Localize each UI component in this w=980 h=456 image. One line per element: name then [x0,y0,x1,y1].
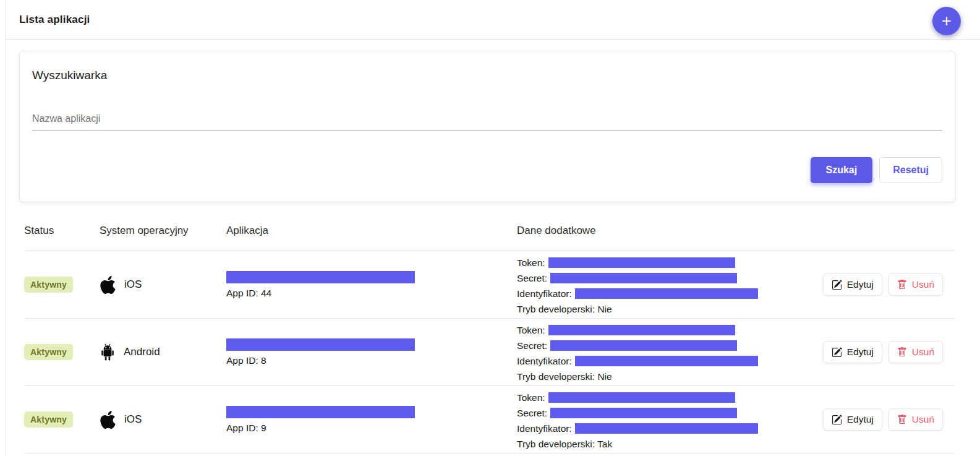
table-row: Aktywny iOS App ID: 44 Token: Secret: Id… [24,251,955,319]
trash-icon [897,280,907,290]
search-card-title: Wyszukiwarka [32,69,942,82]
token-redacted-bar [548,325,735,335]
devmode-value: Nie [597,371,611,382]
page-header: Lista aplikacji [6,0,980,40]
app-name-redacted-bar [226,338,415,351]
delete-button[interactable]: Usuń [888,273,943,296]
edit-button[interactable]: Edytuj [823,341,882,363]
actions-cell: Edytuj Usuń [825,273,955,296]
os-cell: iOS [100,410,226,430]
apple-icon [100,410,116,430]
edit-label: Edytuj [847,346,874,358]
app-id: App ID: 9 [226,423,517,434]
status-badge: Aktywny [24,411,73,428]
app-name-search-input[interactable] [32,111,942,131]
devmode-value: Tak [597,439,612,449]
devmode-value: Nie [597,304,611,314]
identifier-label: Identyfikator: [517,356,572,366]
plus-icon: + [942,12,952,30]
os-cell: Android [100,343,226,361]
trash-icon [897,347,907,357]
reset-button[interactable]: Resetuj [879,157,942,183]
secret-label: Secret: [517,408,547,418]
column-actions [825,225,955,237]
status-badge: Aktywny [24,277,73,293]
devmode-label: Tryb developerski: [517,439,595,449]
secret-label: Secret: [517,273,547,283]
devmode-label: Tryb developerski: [517,304,595,314]
app-name-redacted-bar [226,271,415,283]
status-cell: Aktywny [24,277,100,293]
app-name-redacted-bar [226,406,415,418]
token-label: Token: [517,392,545,403]
column-os: System operacyjny [100,225,226,237]
apple-icon [100,275,116,295]
table-row: Aktywny Android App ID: 8 Token: Secret:… [24,319,955,386]
status-badge: Aktywny [24,344,73,360]
edit-icon [832,280,842,290]
app-container: Lista aplikacji + Wyszukiwarka Szukaj Re… [5,0,980,456]
os-label: iOS [124,413,142,426]
delete-label: Usuń [912,346,934,358]
extra-data-cell: Token: Secret: Identyfikator: Tryb devel… [517,386,825,453]
os-label: iOS [124,278,142,291]
page-title: Lista aplikacji [19,14,90,26]
status-cell: Aktywny [24,411,100,428]
delete-button[interactable]: Usuń [888,408,943,431]
search-actions: Szukaj Resetuj [32,157,942,183]
edit-label: Edytuj [847,279,874,290]
os-cell: iOS [100,275,226,295]
app-id: App ID: 44 [226,288,517,299]
search-button[interactable]: Szukaj [811,157,873,183]
delete-button[interactable]: Usuń [888,341,943,363]
column-app: Aplikacja [226,225,517,237]
identifier-redacted-bar [575,423,758,434]
secret-redacted-bar [550,408,737,418]
status-cell: Aktywny [24,344,100,360]
actions-cell: Edytuj Usuń [825,408,955,431]
table-row: Aktywny iOS App ID: 9 Token: Secret: Ide… [24,386,955,454]
column-extra: Dane dodatkowe [517,225,825,237]
edit-button[interactable]: Edytuj [823,408,882,431]
identifier-label: Identyfikator: [517,423,572,434]
applications-table: Status System operacyjny Aplikacja Dane … [6,202,980,456]
extra-data-cell: Token: 5131xxf7.09}QxJkycvJnf5.031310147… [517,454,825,456]
secret-label: Secret: [517,340,547,351]
identifier-redacted-bar [575,356,758,366]
app-cell: App ID: 8 [226,338,517,366]
identifier-redacted-bar [575,288,758,299]
token-redacted-bar [548,257,735,268]
os-label: Android [124,346,160,358]
extra-data-cell: Token: Secret: Identyfikator: Tryb devel… [517,319,825,385]
column-status: Status [24,225,100,237]
app-cell: App ID: 9 [226,406,517,434]
devmode-label: Tryb developerski: [517,371,595,382]
token-label: Token: [517,257,545,268]
delete-label: Usuń [912,279,934,290]
edit-button[interactable]: Edytuj [823,273,882,296]
actions-cell: Edytuj Usuń [825,341,955,363]
secret-redacted-bar [550,340,737,351]
edit-label: Edytuj [847,414,874,425]
token-redacted-bar [548,392,735,403]
identifier-label: Identyfikator: [517,288,572,299]
android-icon [100,343,116,361]
table-header: Status System operacyjny Aplikacja Dane … [24,219,955,251]
delete-label: Usuń [912,414,934,425]
table-row-partial: Token: 5131xxf7.09}QxJkycvJnf5.031310147… [24,454,955,456]
edit-icon [832,415,842,425]
secret-redacted-bar [550,273,737,283]
token-label: Token: [517,325,545,335]
app-cell: App ID: 44 [226,271,517,299]
add-application-button[interactable]: + [932,7,961,35]
app-id: App ID: 8 [226,355,517,366]
extra-data-cell: Token: Secret: Identyfikator: Tryb devel… [517,251,825,318]
search-card: Wyszukiwarka Szukaj Resetuj [19,51,955,202]
trash-icon [897,415,907,424]
edit-icon [832,347,842,358]
